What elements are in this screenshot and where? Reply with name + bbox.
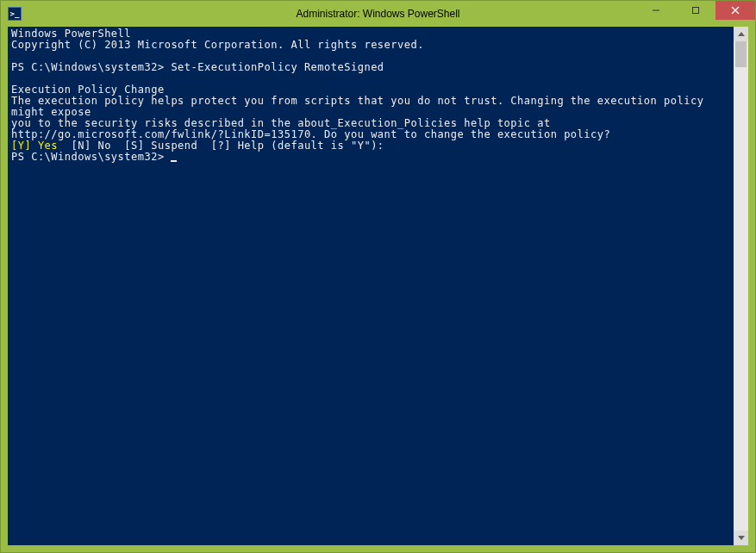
ps-header-1: Windows PowerShell <box>11 28 131 40</box>
minimize-icon <box>652 6 660 15</box>
cursor <box>171 160 177 162</box>
ps-prompt-1: PS C:\Windows\system32> Set-ExecutionPol… <box>11 61 384 73</box>
option-yes: [Y] Yes <box>11 140 58 152</box>
chevron-up-icon <box>738 32 745 36</box>
minimize-button[interactable] <box>636 1 676 20</box>
ps-header-2: Copyright (C) 2013 Microsoft Corporation… <box>11 39 424 51</box>
app-icon[interactable]: >_ <box>8 7 22 21</box>
option-rest: [N] No [S] Suspend [?] Help (default is … <box>58 140 384 152</box>
scrollbar[interactable] <box>734 27 748 545</box>
maximize-button[interactable] <box>676 1 715 20</box>
svg-rect-1 <box>693 8 699 14</box>
titlebar[interactable]: >_ Administrator: Windows PowerShell <box>1 1 755 27</box>
scrollbar-track[interactable] <box>734 41 748 531</box>
window-title: Administrator: Windows PowerShell <box>296 8 459 20</box>
ps-prompt-2: PS C:\Windows\system32> <box>11 151 171 163</box>
scrollbar-up-arrow[interactable] <box>734 27 748 41</box>
scrollbar-thumb[interactable] <box>735 41 747 67</box>
chevron-down-icon <box>738 536 745 540</box>
terminal[interactable]: Windows PowerShell Copyright (C) 2013 Mi… <box>8 27 748 545</box>
policy-change-title: Execution Policy Change <box>11 84 165 96</box>
powershell-window: >_ Administrator: Windows PowerShell Win… <box>0 0 756 553</box>
window-controls <box>636 1 755 20</box>
terminal-output[interactable]: Windows PowerShell Copyright (C) 2013 Mi… <box>8 27 734 545</box>
close-button[interactable] <box>715 1 755 20</box>
terminal-frame: Windows PowerShell Copyright (C) 2013 Mi… <box>1 27 755 552</box>
app-icon-glyph: >_ <box>10 9 20 18</box>
policy-change-body: The execution policy helps protect you f… <box>11 95 710 140</box>
scrollbar-down-arrow[interactable] <box>734 531 748 545</box>
close-icon <box>731 6 740 15</box>
maximize-icon <box>691 6 700 15</box>
